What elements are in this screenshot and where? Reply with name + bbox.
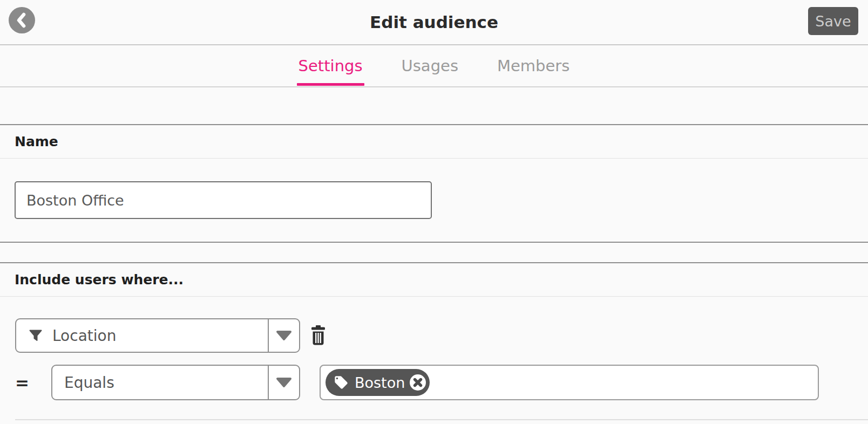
tab-bar: Settings Usages Members — [0, 45, 868, 87]
page-title: Edit audience — [0, 0, 868, 44]
name-input-row — [0, 159, 868, 243]
filter-icon — [28, 328, 43, 343]
filter-builder: Location — [0, 297, 868, 420]
section-spacer — [0, 87, 868, 124]
tag-icon — [334, 375, 349, 390]
filter-field-row: Location — [15, 318, 868, 353]
operator-select-value: Equals — [64, 374, 114, 392]
field-select[interactable]: Location — [15, 318, 300, 353]
value-chip: Boston — [326, 369, 430, 396]
remove-chip-button[interactable] — [409, 374, 426, 391]
field-select-value: Location — [52, 327, 116, 345]
chip-label: Boston — [355, 374, 405, 391]
close-icon — [409, 374, 426, 391]
chevron-down-icon — [275, 377, 293, 388]
chevron-down-icon — [275, 330, 293, 341]
include-users-heading: Include users where... — [0, 263, 868, 297]
bottom-divider — [15, 419, 868, 420]
save-button[interactable]: Save — [808, 7, 858, 35]
name-section: Name — [0, 124, 868, 243]
tab-members[interactable]: Members — [497, 45, 569, 86]
tab-settings[interactable]: Settings — [299, 45, 363, 86]
tab-usages[interactable]: Usages — [402, 45, 458, 86]
operator-symbol: = — [15, 373, 51, 392]
operator-select[interactable]: Equals — [51, 365, 300, 400]
name-section-label: Name — [0, 125, 868, 159]
include-users-section: Include users where... Location — [0, 263, 868, 420]
divider-strip — [0, 243, 868, 263]
filter-value-input[interactable]: Boston — [320, 365, 819, 400]
audience-name-input[interactable] — [15, 181, 432, 219]
header-bar: Edit audience Save — [0, 0, 868, 45]
filter-value-row: = Equals — [15, 365, 868, 400]
trash-icon — [310, 325, 327, 346]
delete-filter-button[interactable] — [310, 325, 327, 346]
